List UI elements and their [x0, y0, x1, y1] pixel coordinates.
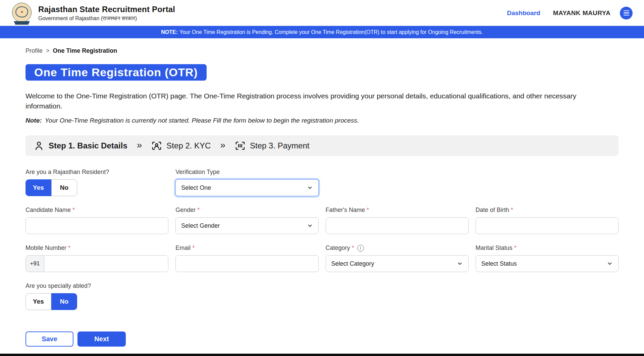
father-name-label: Father's Name*: [326, 207, 469, 214]
breadcrumb-separator: >: [46, 47, 50, 54]
hamburger-icon: [624, 10, 629, 11]
payment-scan-icon: [235, 140, 246, 151]
candidate-name-label: Candidate Name*: [25, 207, 168, 214]
father-name-field: Father's Name*: [326, 207, 469, 234]
welcome-text: Welcome to the One-Time Registration (OT…: [25, 91, 596, 111]
portal-subtitle: Government of Rajasthan (राजस्थान सरकार): [38, 15, 175, 21]
specially-abled-yes-button[interactable]: Yes: [25, 293, 51, 310]
notice-bar: NOTE: Your One Time Registration is Pend…: [0, 26, 644, 38]
email-field: Email*: [175, 244, 318, 272]
resident-no-button[interactable]: No: [51, 179, 77, 196]
specially-abled-no-button[interactable]: No: [51, 293, 77, 310]
email-input[interactable]: [175, 255, 318, 272]
mobile-label: Mobile Number*: [25, 244, 168, 252]
hamburger-menu-button[interactable]: [620, 7, 633, 19]
step-separator-icon: »: [220, 140, 225, 150]
marital-status-select[interactable]: Select Status: [476, 255, 619, 272]
resident-label: Are you a Rajasthan Resident?: [25, 169, 168, 176]
kyc-scan-icon: [151, 140, 162, 151]
marital-status-label: Marital Status*: [476, 244, 619, 252]
footer-edge: [0, 354, 644, 356]
step-3-payment[interactable]: Step 3. Payment: [235, 140, 309, 151]
gender-label: Gender*: [175, 207, 318, 214]
dob-label: Date of Birth*: [476, 207, 619, 214]
specially-abled-label: Are you specially abled?: [25, 282, 168, 290]
specially-abled-field: Are you specially abled? Yes No: [25, 282, 168, 310]
category-select[interactable]: Select Category: [326, 255, 469, 272]
verification-type-field: Verification Type Select One: [175, 169, 318, 196]
breadcrumb-profile[interactable]: Profile: [25, 47, 43, 54]
notice-text: Your One Time Registration is Pending. C…: [179, 29, 483, 35]
verification-type-select[interactable]: Select One: [175, 179, 318, 196]
candidate-name-input[interactable]: [25, 217, 168, 234]
chevron-down-icon: [307, 223, 313, 229]
marital-status-field: Marital Status* Select Status: [476, 244, 619, 272]
mobile-field: Mobile Number* +91: [25, 244, 168, 272]
verification-type-label: Verification Type: [175, 169, 318, 176]
gender-select[interactable]: Select Gender: [175, 217, 318, 234]
dashboard-link[interactable]: Dashboard: [507, 9, 540, 17]
breadcrumb-current: One Time Registration: [53, 47, 117, 54]
specially-abled-toggle: Yes No: [25, 293, 77, 310]
gender-field: Gender* Select Gender: [175, 207, 318, 234]
candidate-name-field: Candidate Name*: [25, 207, 168, 234]
page-title: One Time Registration (OTR): [25, 64, 207, 81]
breadcrumb: Profile > One Time Registration: [25, 47, 619, 54]
portal-title: Rajasthan State Recruitment Portal: [38, 5, 175, 14]
steps-bar: Step 1. Basic Details » Step 2. KYC » St…: [25, 135, 619, 156]
step-2-kyc[interactable]: Step 2. KYC: [151, 140, 211, 151]
email-label: Email*: [175, 244, 318, 252]
father-name-input[interactable]: [326, 217, 469, 234]
chevron-down-icon: [607, 261, 613, 267]
step-separator-icon: »: [137, 140, 142, 150]
person-icon: [34, 140, 44, 151]
note-prefix: Note:: [25, 117, 42, 124]
next-button[interactable]: Next: [77, 331, 126, 347]
brand: Rajasthan State Recruitment Portal Gover…: [11, 0, 175, 26]
dob-input[interactable]: [476, 217, 619, 234]
category-label: Category*i: [326, 244, 469, 252]
resident-toggle: Yes No: [25, 179, 77, 196]
category-field: Category*i Select Category: [326, 244, 469, 272]
note-text: Note: Your One-Time Registration is curr…: [25, 117, 619, 124]
user-name: MAYANK MAURYA: [553, 9, 610, 17]
resident-field: Are you a Rajasthan Resident? Yes No: [25, 169, 168, 196]
chevron-down-icon: [307, 185, 313, 191]
portal-logo-icon: [11, 2, 32, 26]
chevron-down-icon: [457, 261, 463, 267]
save-button[interactable]: Save: [25, 331, 73, 347]
notice-prefix: NOTE:: [161, 29, 178, 35]
step-1-basic-details[interactable]: Step 1. Basic Details: [34, 140, 127, 151]
info-icon[interactable]: i: [357, 245, 364, 252]
mobile-prefix: +91: [26, 256, 44, 272]
dob-field: Date of Birth*: [476, 207, 619, 234]
app-header: Rajasthan State Recruitment Portal Gover…: [0, 0, 644, 26]
resident-yes-button[interactable]: Yes: [25, 179, 51, 196]
mobile-input[interactable]: [44, 256, 168, 272]
